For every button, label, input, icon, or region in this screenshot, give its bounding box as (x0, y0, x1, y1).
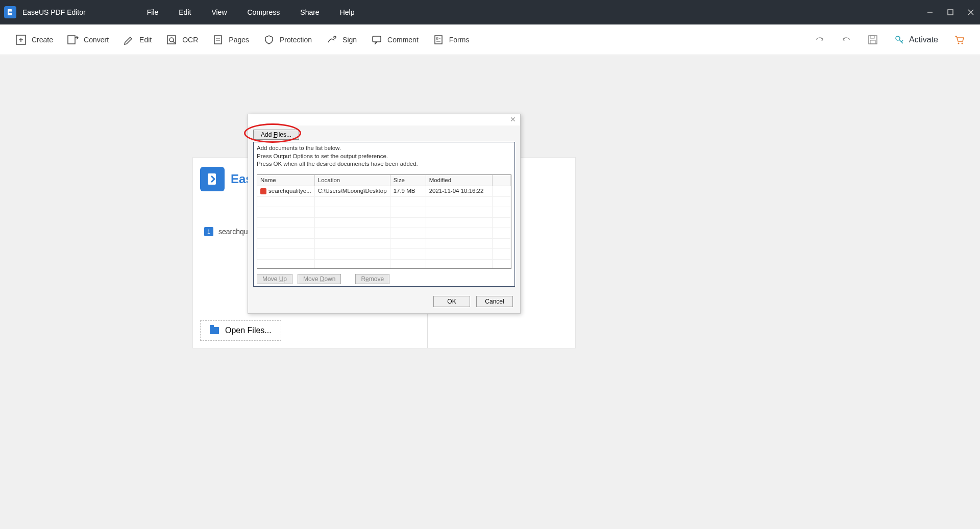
col-blank (492, 175, 510, 186)
edit-button[interactable]: Edit (123, 34, 152, 45)
svg-rect-10 (68, 36, 75, 44)
svg-point-26 (896, 36, 900, 40)
svg-point-29 (958, 42, 960, 44)
svg-point-17 (334, 36, 336, 38)
col-name[interactable]: Name (257, 175, 314, 186)
app-icon (4, 6, 16, 18)
title-bar: EaseUS PDF Editor File Edit View Compres… (0, 0, 980, 24)
menu-bar: File Edit View Compress Share Help (147, 8, 355, 16)
app-title: EaseUS PDF Editor (22, 8, 86, 16)
maximize-icon[interactable] (945, 7, 955, 17)
menu-view[interactable]: View (211, 8, 227, 16)
ocr-button[interactable]: OCR (166, 34, 198, 45)
folder-icon (210, 327, 219, 334)
menu-edit[interactable]: Edit (179, 8, 191, 16)
instruction-box: Add documents to the list below. Press O… (253, 142, 515, 287)
close-icon[interactable] (966, 7, 976, 17)
add-files-dialog: ✕ Add Files... Add documents to the list… (248, 114, 521, 314)
ok-button[interactable]: OK (433, 296, 470, 307)
menu-file[interactable]: File (147, 8, 159, 16)
create-label: Create (32, 36, 53, 44)
sign-button[interactable]: Sign (326, 34, 357, 45)
pages-button[interactable]: Pages (212, 34, 249, 45)
svg-line-28 (901, 40, 903, 42)
convert-icon (67, 34, 79, 45)
sign-icon (326, 34, 337, 45)
convert-label: Convert (84, 36, 109, 44)
main-area: EaseU 1 searchquality Open Files... ✕ Ad… (0, 55, 980, 529)
pages-icon (212, 34, 224, 45)
instruction-line-3: Press OK when all the desired documenets… (257, 160, 511, 168)
svg-rect-14 (214, 36, 222, 44)
cart-icon[interactable] (953, 34, 965, 45)
protection-label: Protection (280, 36, 312, 44)
save-icon[interactable] (867, 34, 878, 45)
comment-icon (371, 34, 382, 45)
window-controls (925, 7, 976, 17)
table-row[interactable]: searchqualitye... C:\Users\MLoong\Deskto… (257, 186, 511, 197)
comment-button[interactable]: Comment (371, 34, 419, 45)
toolbar: Create Convert Edit OCR Pages Protection… (0, 24, 980, 55)
svg-rect-1 (9, 11, 12, 12)
forms-button[interactable]: Forms (433, 34, 470, 45)
dialog-footer: OK Cancel (248, 292, 520, 313)
menu-share[interactable]: Share (300, 8, 319, 16)
action-row: Move Up Move Down Remove (257, 274, 511, 284)
shield-icon (263, 34, 275, 45)
cancel-button[interactable]: Cancel (476, 296, 513, 307)
svg-rect-4 (948, 10, 953, 15)
svg-rect-2 (9, 12, 12, 13)
activate-label: Activate (909, 35, 938, 44)
open-files-label: Open Files... (225, 326, 272, 335)
col-modified[interactable]: Modified (426, 175, 492, 186)
dialog-close-icon[interactable]: ✕ (509, 115, 517, 123)
open-files-button[interactable]: Open Files... (200, 320, 281, 341)
svg-point-12 (169, 38, 174, 42)
svg-rect-25 (870, 40, 875, 44)
dialog-titlebar: ✕ (248, 114, 520, 125)
activate-button[interactable]: Activate (894, 34, 938, 45)
remove-button[interactable]: Remove (355, 274, 389, 284)
cell-name: searchqualitye... (268, 187, 311, 195)
instruction-line-1: Add documents to the list below. (257, 144, 511, 153)
menu-help[interactable]: Help (340, 8, 355, 16)
ocr-label: OCR (182, 36, 198, 44)
svg-rect-23 (869, 36, 877, 44)
svg-point-30 (962, 42, 963, 44)
menu-compress[interactable]: Compress (248, 8, 280, 16)
file-table[interactable]: Name Location Size Modified searchqualit… (257, 174, 511, 269)
add-files-button[interactable]: Add Files... (253, 130, 299, 140)
cell-size: 17.9 MB (390, 186, 426, 197)
svg-rect-18 (373, 36, 381, 42)
protection-button[interactable]: Protection (263, 34, 312, 45)
edit-label: Edit (139, 36, 152, 44)
minimize-icon[interactable] (925, 7, 935, 17)
brand-icon (200, 167, 225, 191)
move-up-button[interactable]: Move Up (257, 274, 292, 284)
col-location[interactable]: Location (314, 175, 390, 186)
move-down-button[interactable]: Move Down (298, 274, 341, 284)
key-icon (894, 34, 905, 45)
col-size[interactable]: Size (390, 175, 426, 186)
cell-modified: 2021-11-04 10:16:22 (426, 186, 492, 197)
ocr-icon (166, 34, 177, 45)
cell-location: C:\Users\MLoong\Desktop (314, 186, 390, 197)
sign-label: Sign (342, 36, 357, 44)
undo-icon[interactable] (841, 34, 852, 45)
svg-rect-19 (435, 36, 442, 44)
plus-icon (15, 34, 27, 45)
comment-label: Comment (387, 36, 419, 44)
svg-rect-20 (436, 38, 438, 39)
pdf-icon (260, 188, 266, 194)
create-button[interactable]: Create (15, 34, 53, 45)
forms-icon (433, 34, 444, 45)
svg-line-13 (173, 41, 175, 43)
pages-label: Pages (229, 36, 249, 44)
pencil-icon (123, 34, 134, 45)
instruction-line-2: Press Output Options to set the output p… (257, 153, 511, 161)
redo-icon[interactable] (814, 34, 825, 45)
convert-button[interactable]: Convert (67, 34, 109, 45)
recent-badge: 1 (204, 227, 213, 236)
forms-label: Forms (449, 36, 470, 44)
